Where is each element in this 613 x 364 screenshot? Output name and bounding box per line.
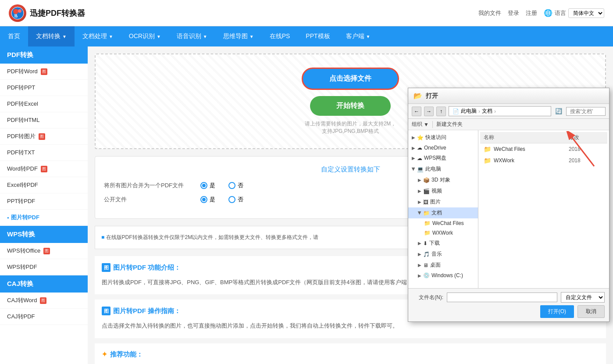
sidebar-item-caj-word[interactable]: CAJ转Word图 [0, 293, 88, 309]
radio-yes-label-2: 是 [210, 196, 215, 203]
nav-ocr[interactable]: OCR识别▼ [121, 26, 169, 46]
section-recommend-title: ✦ 推荐功能： [102, 350, 599, 359]
section-guide: 图 图片转PDF 操作指南： 点击选择文件加入待转换的图片，也可直接拖动图片添加… [95, 300, 606, 338]
nav-arrow-3: ▼ [157, 34, 161, 39]
section-icon-1: 图 [102, 263, 110, 272]
nav-arrow-5: ▼ [249, 34, 254, 39]
settings-area: 自定义设置转换如下 将所有图片合并为一个PDF文件 是 否 公开文件 [95, 156, 606, 219]
settings-row-1: 将所有图片合并为一个PDF文件 是 否 [104, 182, 597, 189]
radio-group-1: 是 否 [200, 182, 243, 189]
sidebar-item-ppt-pdf[interactable]: PPT转PDF [0, 193, 88, 210]
language-select[interactable]: 简体中文 [568, 8, 604, 18]
notice-text: 在线版PDF转换器转换文件仅限于2M以内文件，如需转换更大文件、转换更多格式文件… [101, 234, 571, 241]
header-right: 我的文件 登录 注册 🌐 语言 简体中文 [478, 8, 604, 18]
upload-hint: 请上传需要转换的图片，最大支持2M， 支持JPG,PNG,BMP格式 [104, 120, 596, 135]
sidebar: PDF转换 PDF转Word图 PDF转PPT PDF转Excel PDF转HT… [0, 46, 88, 364]
svg-point-2 [18, 9, 21, 13]
sidebar-item-pdf-word[interactable]: PDF转Word图 [0, 64, 88, 80]
language-label: 语言 [555, 9, 566, 17]
nav-home[interactable]: 首页 [0, 26, 28, 46]
sidebar-item-pdf-ppt[interactable]: PDF转PPT [0, 80, 88, 96]
radio-no-2[interactable]: 否 [228, 196, 243, 203]
radio-yes-2[interactable]: 是 [200, 196, 215, 203]
sidebar-section-wps: WPS转换 [0, 226, 88, 243]
radio-yes-label-1: 是 [210, 182, 215, 189]
language-selector: 🌐 语言 简体中文 [544, 8, 604, 18]
nav-arrow-4: ▼ [203, 34, 207, 39]
badge-img-4: 图 [39, 133, 45, 140]
nav-online-ps[interactable]: 在线PS [262, 26, 298, 46]
register-link[interactable]: 注册 [526, 9, 537, 17]
settings-label-1: 将所有图片合并为一个PDF文件 [104, 182, 200, 189]
content-area: 点击选择文件 开始转换 请上传需要转换的图片，最大支持2M， 支持JPG,PNG… [88, 46, 613, 364]
sidebar-item-excel-pdf[interactable]: Excel转PDF [0, 177, 88, 193]
badge-img-0: 图 [41, 68, 47, 75]
client-button[interactable]: 使用客 [571, 231, 599, 244]
sidebar-item-caj-pdf[interactable]: CAJ转PDF [0, 309, 88, 325]
radio-group-2: 是 否 [200, 196, 243, 203]
app-name: 迅捷PDF转换器 [30, 8, 85, 18]
radio-circle-no-1 [228, 182, 235, 189]
nav-speech[interactable]: 语音识别▼ [169, 26, 215, 46]
sidebar-item-pdf-html[interactable]: PDF转HTML [0, 112, 88, 128]
badge-img-caj0: 图 [40, 297, 46, 304]
nav-doc-convert[interactable]: 文档转换▼ [28, 26, 75, 46]
sidebar-item-wps-office[interactable]: WPS转Office图 [0, 243, 88, 259]
nav-arrow-1: ▼ [62, 34, 67, 39]
radio-no-label-2: 否 [238, 196, 243, 203]
radio-circle-yes-2 [200, 196, 207, 203]
radio-yes-1[interactable]: 是 [200, 182, 215, 189]
section-icon-2: 图 [102, 307, 110, 315]
section-recommend: ✦ 推荐功能： [95, 343, 606, 364]
radio-no-label-1: 否 [238, 182, 243, 189]
nav-ppt-template[interactable]: PPT模板 [298, 26, 338, 46]
select-file-button[interactable]: 点击选择文件 [302, 68, 399, 90]
sidebar-item-img-pdf[interactable]: 图片转PDF [0, 210, 88, 226]
nav-arrow-2: ▼ [109, 34, 113, 39]
svg-point-1 [13, 9, 18, 14]
sidebar-item-wps-pdf[interactable]: WPS转PDF [0, 259, 88, 275]
notice-bar: 在线版PDF转换器转换文件仅限于2M以内文件，如需转换更大文件、转换更多格式文件… [95, 226, 606, 249]
settings-label-2: 公开文件 [104, 196, 200, 203]
radio-circle-yes-1 [200, 182, 207, 189]
section-intro-title: 图 图片转PDF 功能介绍： [102, 263, 599, 272]
logo: 迅 迅捷PDF转换器 [9, 4, 85, 22]
globe-icon: 🌐 [544, 9, 552, 17]
logo-icon: 迅 [9, 4, 26, 22]
nav-doc-process[interactable]: 文档处理▼ [75, 26, 121, 46]
section-intro-content: 图片转换成PDF，可直接将JPG、PNG、GIF、BMP等格式图片转换成PDF文… [102, 277, 599, 287]
convert-button[interactable]: 开始转换 [310, 96, 391, 116]
badge-img-wps0: 图 [43, 248, 50, 254]
badge-img-6: 图 [41, 166, 47, 172]
sidebar-item-pdf-excel[interactable]: PDF转Excel [0, 96, 88, 112]
radio-circle-no-2 [228, 196, 235, 203]
sidebar-section-pdf: PDF转换 [0, 46, 88, 64]
settings-title: 自定义设置转换如下 [104, 165, 597, 174]
my-files-link[interactable]: 我的文件 [478, 9, 501, 17]
settings-row-2: 公开文件 是 否 [104, 196, 597, 203]
main-nav: 首页 文档转换▼ 文档处理▼ OCR识别▼ 语音识别▼ 思维导图▼ 在线PS P… [0, 26, 613, 46]
section-guide-content: 点击选择文件加入待转换的图片，也可直接拖动图片添加，点击开始转换，我们将自动上传… [102, 321, 599, 331]
sidebar-item-pdf-image[interactable]: PDF转图片图 [0, 128, 88, 145]
section-intro: 图 图片转PDF 功能介绍： 图片转换成PDF，可直接将JPG、PNG、GIF、… [95, 256, 606, 294]
radio-no-1[interactable]: 否 [228, 182, 243, 189]
section-guide-title: 图 图片转PDF 操作指南： [102, 307, 599, 315]
upload-area: 点击选择文件 开始转换 请上传需要转换的图片，最大支持2M， 支持JPG,PNG… [95, 54, 606, 149]
nav-mindmap[interactable]: 思维导图▼ [215, 26, 262, 46]
sidebar-item-word-pdf[interactable]: Word转PDF图 [0, 161, 88, 177]
sidebar-item-pdf-txt[interactable]: PDF转TXT [0, 145, 88, 161]
login-link[interactable]: 登录 [508, 9, 519, 17]
nav-client[interactable]: 客户端▼ [338, 26, 378, 46]
header: 迅 迅捷PDF转换器 我的文件 登录 注册 🌐 语言 简体中文 [0, 0, 613, 26]
sidebar-section-caj: CAJ转换 [0, 275, 88, 293]
main-content: PDF转换 PDF转Word图 PDF转PPT PDF转Excel PDF转HT… [0, 46, 613, 364]
svg-text:迅: 迅 [14, 14, 18, 18]
nav-arrow-8: ▼ [366, 34, 371, 39]
